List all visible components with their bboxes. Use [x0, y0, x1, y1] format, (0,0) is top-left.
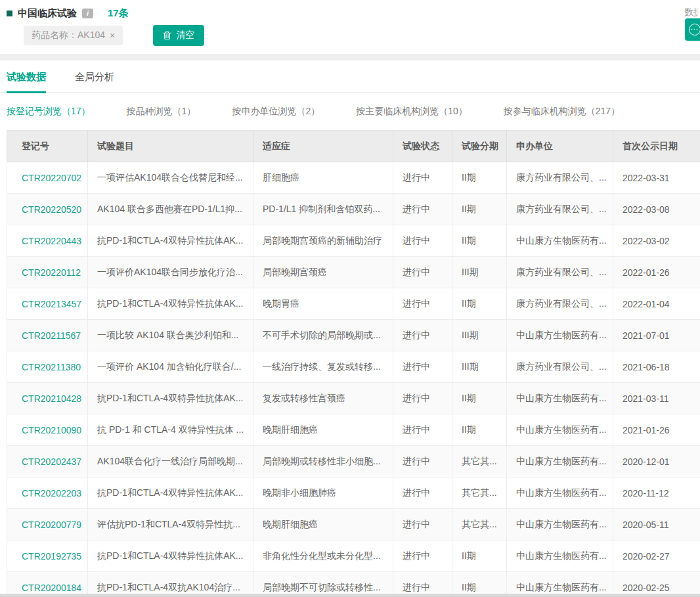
trial-id-link[interactable]: CTR20202437: [22, 456, 81, 467]
horizontal-scrollbar[interactable]: [0, 594, 700, 597]
page-title: 中国临床试验: [18, 7, 77, 20]
trial-title-cell: 一项评价AK104联合同步放化疗治...: [88, 257, 253, 288]
trial-id-link[interactable]: CTR20192735: [22, 551, 81, 562]
sponsor-cell: 中山康方生物医药有...: [507, 383, 613, 414]
phase-cell: II期: [452, 541, 507, 572]
indication-cell: 复发或转移性宫颈癌: [253, 383, 393, 414]
sponsor-cell: 康方药业有限公司、...: [507, 351, 613, 383]
trial-id-link[interactable]: CTR20211567: [22, 330, 81, 341]
tab-trial-data[interactable]: 试验数据: [7, 71, 46, 93]
column-header-trial-title: 试验题目: [88, 131, 253, 162]
trial-title-cell: AK104联合化疗一线治疗局部晚期...: [88, 446, 253, 477]
phase-cell: 其它其...: [452, 477, 507, 509]
status-cell: 进行中: [393, 383, 452, 414]
subnav-by-sponsor[interactable]: 按申办单位浏览（2）: [232, 106, 320, 118]
more-actions-button[interactable]: ···: [685, 18, 700, 41]
status-cell: 进行中: [393, 320, 452, 351]
trial-title-cell: 抗PD-1和CTLA-4双特异性抗体AK...: [88, 541, 253, 572]
indication-cell: 非角化性分化型或未分化型...: [253, 541, 393, 572]
status-cell: 进行中: [393, 194, 452, 225]
indication-cell: 不可手术切除的局部晚期或...: [253, 320, 393, 351]
indication-cell: 局部晚期宫颈癌的新辅助治疗: [253, 225, 393, 257]
clinical-trials-page: 中国临床试验 i 17条 数据 药品名称：AK104 × 清空 ··· 试验数据…: [0, 0, 700, 597]
table-row: CTR20192735 抗PD-1和CTLA-4双特异性抗体AK... 非角化性…: [7, 541, 700, 572]
trial-title-cell: 抗PD-1和CTLA-4双特异性抗体AK...: [88, 477, 253, 509]
column-header-sponsor: 申办单位: [507, 131, 613, 162]
date-cell: 2020-05-11: [613, 509, 700, 541]
subnav-by-variety[interactable]: 按品种浏览（1）: [127, 106, 196, 118]
result-count: 17条: [108, 7, 129, 20]
indication-cell: 晚期肝细胞癌: [253, 414, 393, 446]
tabs-bar: 试验数据 全局分析: [0, 60, 700, 93]
table-row: CTR20210090 抗 PD-1 和 CTLA-4 双特异性抗体 ... 晚…: [7, 414, 700, 446]
trial-id-link[interactable]: CTR20211380: [22, 362, 81, 372]
column-header-first-publicity-date: 首次公示日期: [613, 131, 700, 162]
date-cell: 2022-03-02: [613, 225, 700, 257]
phase-cell: 其它其...: [452, 446, 507, 477]
section-divider-band: [0, 54, 700, 60]
trial-id-link[interactable]: CTR20220112: [22, 267, 81, 278]
indication-cell: 肝细胞癌: [253, 162, 393, 194]
date-cell: 2021-01-26: [613, 414, 700, 446]
date-cell: 2022-03-08: [613, 194, 700, 225]
table-row: CTR20220443 抗PD-1和CTLA-4双特异性抗体AK... 局部晚期…: [7, 225, 700, 257]
filter-chip-label: 药品名称：AK104: [32, 30, 105, 41]
column-header-indication: 适应症: [253, 131, 393, 162]
browse-subnav: 按登记号浏览（17） 按品种浏览（1） 按申办单位浏览（2） 按主要临床机构浏览…: [0, 93, 700, 118]
date-cell: 2022-01-04: [613, 288, 700, 320]
status-cell: 进行中: [393, 509, 452, 541]
sponsor-cell: 康方药业有限公司、...: [507, 162, 613, 194]
table-row: CTR20202437 AK104联合化疗一线治疗局部晚期... 局部晚期或转移…: [7, 446, 700, 477]
subnav-by-registration[interactable]: 按登记号浏览（17）: [7, 106, 91, 118]
column-header-registration-id: 登记号: [7, 131, 88, 162]
date-cell: 2022-01-26: [613, 257, 700, 288]
trial-title-cell: 抗 PD-1 和 CTLA-4 双特异性抗体 ...: [88, 414, 253, 446]
sponsor-cell: 中山康方生物医药有...: [507, 509, 613, 541]
table-row: CTR20220520 AK104 联合多西他赛在PD-1/L1抑... PD-…: [7, 194, 700, 225]
table-header-row: 登记号 试验题目 适应症 试验状态 试验分期 申办单位 首次公示日期: [7, 131, 700, 162]
table-row: CTR20220702 一项评估AK104联合仑伐替尼和经... 肝细胞癌 进行…: [7, 162, 700, 194]
trial-id-link[interactable]: CTR20213457: [22, 299, 81, 309]
top-right-clipped-text: 数据: [684, 7, 697, 18]
subnav-by-participating-institution[interactable]: 按参与临床机构浏览（217）: [504, 106, 620, 118]
indication-cell: 晚期非小细胞肺癌: [253, 477, 393, 509]
filter-chip-remove-icon[interactable]: ×: [110, 30, 115, 41]
sponsor-cell: 中山康方生物医药有...: [507, 446, 613, 477]
column-header-phase: 试验分期: [452, 131, 507, 162]
clear-button-label: 清空: [176, 30, 194, 41]
trial-id-link[interactable]: CTR20202203: [22, 488, 81, 498]
phase-cell: II期: [452, 383, 507, 414]
status-cell: 进行中: [393, 257, 452, 288]
indication-cell: 晚期胃癌: [253, 288, 393, 320]
phase-cell: III期: [452, 320, 507, 351]
phase-cell: II期: [452, 162, 507, 194]
trial-title-cell: 一项比较 AK104 联合奥沙利铂和...: [88, 320, 253, 351]
status-cell: 进行中: [393, 351, 452, 383]
trial-id-link[interactable]: CTR20200779: [22, 520, 81, 530]
subnav-by-main-institution[interactable]: 按主要临床机构浏览（10）: [356, 106, 468, 118]
clear-filters-button[interactable]: 清空: [153, 25, 204, 46]
trial-id-link[interactable]: CTR20200184: [22, 583, 81, 593]
trial-id-link[interactable]: CTR20220702: [22, 173, 81, 183]
sponsor-cell: 中山康方生物医药有...: [507, 414, 613, 446]
status-cell: 进行中: [393, 541, 452, 572]
tab-global-analysis[interactable]: 全局分析: [75, 71, 114, 92]
title-row: 中国临床试验 i 17条: [0, 0, 700, 20]
trial-title-cell: 抗PD-1和CTLA-4双特异性抗体AK...: [88, 383, 253, 414]
table-row: CTR20211380 一项评价 AK104 加含铂化疗联合/... 一线治疗持…: [7, 351, 700, 383]
phase-cell: II期: [452, 225, 507, 257]
sponsor-cell: 中山康方生物医药有...: [507, 225, 613, 257]
trial-id-link[interactable]: CTR20210428: [22, 393, 81, 404]
trash-icon: [163, 31, 171, 40]
phase-cell: 其它其...: [452, 509, 507, 541]
trial-id-link[interactable]: CTR20220520: [22, 204, 81, 215]
trial-title-cell: 评估抗PD-1和CTLA-4双特异性抗...: [88, 509, 253, 541]
table-row: CTR20200779 评估抗PD-1和CTLA-4双特异性抗... 晚期肝细胞…: [7, 509, 700, 541]
info-icon[interactable]: i: [82, 9, 93, 18]
trials-table: 登记号 试验题目 适应症 试验状态 试验分期 申办单位 首次公示日期 CTR20…: [7, 130, 700, 597]
trials-table-container: 登记号 试验题目 适应症 试验状态 试验分期 申办单位 首次公示日期 CTR20…: [7, 130, 700, 597]
phase-cell: III期: [452, 257, 507, 288]
trial-id-link[interactable]: CTR20210090: [22, 425, 81, 435]
trial-id-link[interactable]: CTR20220443: [22, 236, 81, 246]
indication-cell: 一线治疗持续、复发或转移...: [253, 351, 393, 383]
